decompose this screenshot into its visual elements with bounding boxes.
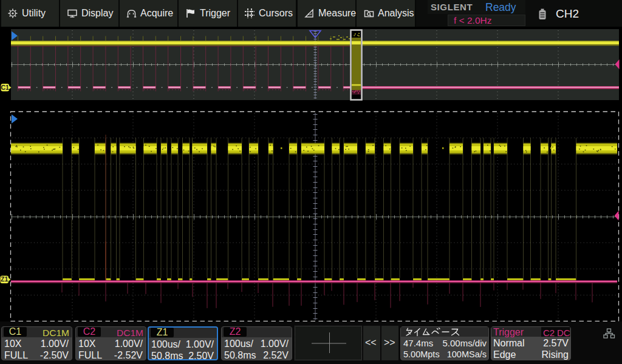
svg-text:Z1: Z1 (1, 275, 8, 283)
svg-text:C1: C1 (1, 84, 9, 91)
